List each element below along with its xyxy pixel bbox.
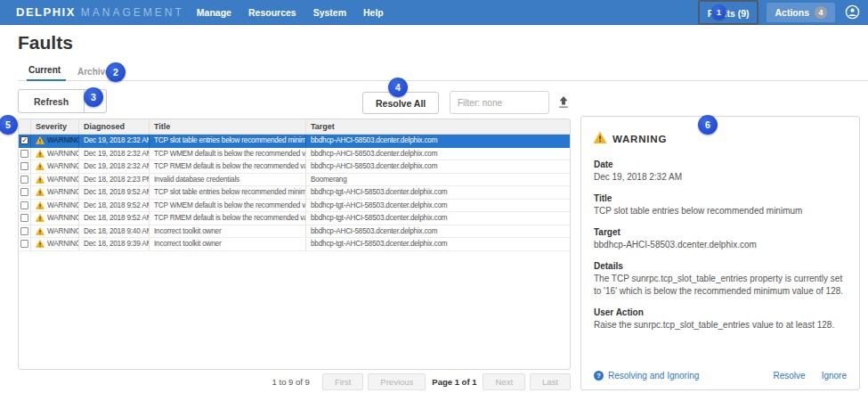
table-row[interactable]: WARNINGDec 18, 2018 9:52 AMTCP RMEM defa… xyxy=(19,212,570,225)
table-row[interactable]: WARNINGDec 18, 2018 9:52 AMTCP slot tabl… xyxy=(19,186,570,200)
title-cell: Incorrect toolkit owner xyxy=(150,225,306,238)
resolving-ignoring-help-link[interactable]: ? Resolving and Ignoring xyxy=(594,371,699,381)
row-checkbox-cell xyxy=(19,200,31,212)
diagnosed-cell: Dec 19, 2018 2:32 AM xyxy=(79,160,150,173)
table-row[interactable]: WARNINGDec 18, 2018 9:39 AMIncorrect too… xyxy=(19,238,570,251)
table-body: ✓WARNINGDec 19, 2018 2:32 AMTCP slot tab… xyxy=(19,135,570,251)
pagination-summary: 1 to 9 of 9 xyxy=(272,377,310,387)
tab-current[interactable]: Current xyxy=(27,65,66,81)
warning-icon xyxy=(36,150,45,158)
severity-text: WARNING xyxy=(47,227,79,235)
nav-item-resources[interactable]: Resources xyxy=(248,7,296,18)
target-cell: bbdhcp-tgt-AHCI-58503.dcenter.delphix.co… xyxy=(306,212,570,225)
help-link-label: Resolving and Ignoring xyxy=(608,371,699,381)
diagnosed-cell: Dec 18, 2018 9:40 AM xyxy=(79,225,150,238)
actions-count-badge: 4 xyxy=(815,6,827,19)
diagnosed-cell: Dec 18, 2018 2:23 PM xyxy=(79,174,150,186)
warning-icon xyxy=(36,201,45,209)
detail-footer: ? Resolving and Ignoring Resolve Ignore xyxy=(594,371,847,381)
warning-icon xyxy=(36,240,45,248)
delphix-logo: DELPHIX MANAGEMENT xyxy=(16,5,184,19)
table-row[interactable]: WARNINGDec 19, 2018 2:32 AMTCP RMEM defa… xyxy=(19,160,570,174)
title-cell: TCP slot table entries below recommended… xyxy=(150,135,306,147)
row-checkbox-cell xyxy=(19,186,31,199)
actions-button-label: Actions xyxy=(775,7,809,18)
nav-menu: Manage Resources System Help xyxy=(197,7,384,18)
page-indicator: Page 1 of 1 xyxy=(432,377,476,387)
previous-page-button[interactable]: Previous xyxy=(368,373,426,390)
warning-icon xyxy=(36,176,45,184)
table-row[interactable]: WARNINGDec 18, 2018 9:52 AMTCP WMEM defa… xyxy=(19,200,570,213)
detail-date-section: Date Dec 19, 2018 2:32 AM xyxy=(594,160,847,184)
last-page-button[interactable]: Last xyxy=(530,373,571,390)
target-cell: bbdhcp-AHCI-58503.dcenter.delphix.com xyxy=(306,135,570,147)
warning-icon xyxy=(36,188,45,196)
row-checkbox[interactable] xyxy=(20,227,28,235)
target-cell: bbdhcp-tgt-AHCI-58503.dcenter.delphix.co… xyxy=(306,186,570,199)
table-row[interactable]: WARNINGDec 19, 2018 2:32 AMTCP WMEM defa… xyxy=(19,148,570,161)
header-title[interactable]: Title xyxy=(150,119,306,134)
detail-user-action-value: Raise the sunrpc.tcp_slot_table_entries … xyxy=(594,319,847,332)
fault-action-links: Resolve Ignore xyxy=(774,371,848,381)
severity-text: WARNING xyxy=(47,162,79,170)
row-checkbox[interactable] xyxy=(20,162,28,170)
warning-icon xyxy=(36,214,45,222)
row-checkbox[interactable] xyxy=(20,176,28,184)
table-row[interactable]: WARNINGDec 18, 2018 9:40 AMIncorrect too… xyxy=(19,225,570,239)
severity-text: WARNING xyxy=(47,188,79,196)
warning-icon xyxy=(594,131,606,147)
diagnosed-cell: Dec 18, 2018 9:39 AM xyxy=(79,238,150,250)
header-checkbox-cell[interactable] xyxy=(19,119,31,134)
row-checkbox-cell xyxy=(19,238,31,250)
table-row[interactable]: WARNINGDec 18, 2018 2:23 PMInvalid datab… xyxy=(19,174,570,187)
detail-details-section: Details The TCP sunrpc.tcp_slot_table_en… xyxy=(594,261,847,298)
header-diagnosed[interactable]: Diagnosed xyxy=(79,119,150,134)
row-checkbox[interactable] xyxy=(20,201,28,209)
row-checkbox[interactable] xyxy=(20,188,28,196)
next-page-button[interactable]: Next xyxy=(483,373,525,390)
row-checkbox[interactable] xyxy=(20,240,28,248)
title-cell: Incorrect toolkit owner xyxy=(150,238,306,250)
row-checkbox-cell xyxy=(19,160,31,173)
severity-cell: WARNING xyxy=(31,212,79,225)
title-cell: TCP WMEM default is below the recommende… xyxy=(150,200,306,212)
detail-user-action-label: User Action xyxy=(594,307,847,317)
ignore-link[interactable]: Ignore xyxy=(822,371,847,381)
resolve-link[interactable]: Resolve xyxy=(774,371,806,381)
user-profile-icon[interactable] xyxy=(845,4,860,20)
filter-input[interactable] xyxy=(450,91,549,114)
detail-target-section: Target bbdhcp-AHCI-58503.dcenter.delphix… xyxy=(594,227,847,251)
detail-date-label: Date xyxy=(594,160,847,169)
severity-cell: WARNING xyxy=(31,174,79,186)
severity-text: WARNING xyxy=(47,136,79,144)
table-row[interactable]: ✓WARNINGDec 19, 2018 2:32 AMTCP slot tab… xyxy=(19,135,570,148)
warning-icon xyxy=(36,136,45,144)
refresh-button[interactable]: Refresh xyxy=(18,89,85,113)
row-checkbox-cell xyxy=(19,212,31,225)
warning-icon xyxy=(36,227,45,235)
nav-item-system[interactable]: System xyxy=(313,7,346,18)
first-page-button[interactable]: First xyxy=(322,373,363,390)
severity-cell: WARNING xyxy=(31,225,79,238)
detail-severity-label: WARNING xyxy=(612,134,667,144)
title-cell: TCP RMEM default is below the recommende… xyxy=(150,160,306,173)
warning-icon xyxy=(36,162,45,170)
header-target[interactable]: Target xyxy=(306,119,570,134)
help-question-icon: ? xyxy=(594,371,604,381)
actions-button[interactable]: Actions 4 xyxy=(767,3,835,22)
nav-item-manage[interactable]: Manage xyxy=(197,7,231,18)
top-nav-bar: DELPHIX MANAGEMENT Manage Resources Syst… xyxy=(0,0,868,25)
annotation-circle-5: 5 xyxy=(0,115,18,135)
severity-cell: WARNING xyxy=(31,186,79,199)
header-severity[interactable]: Severity xyxy=(31,119,79,134)
row-checkbox[interactable] xyxy=(20,150,28,158)
row-checkbox[interactable]: ✓ xyxy=(20,136,28,144)
detail-user-action-section: User Action Raise the sunrpc.tcp_slot_ta… xyxy=(594,307,847,332)
export-upload-icon[interactable] xyxy=(556,93,572,111)
faults-annotation-box: Faults (9) xyxy=(698,0,759,25)
detail-title-value: TCP slot table entries below recommended… xyxy=(594,205,847,217)
nav-item-help[interactable]: Help xyxy=(363,7,384,18)
severity-text: WARNING xyxy=(47,214,79,222)
row-checkbox-cell: ✓ xyxy=(19,135,31,147)
row-checkbox[interactable] xyxy=(20,214,28,222)
